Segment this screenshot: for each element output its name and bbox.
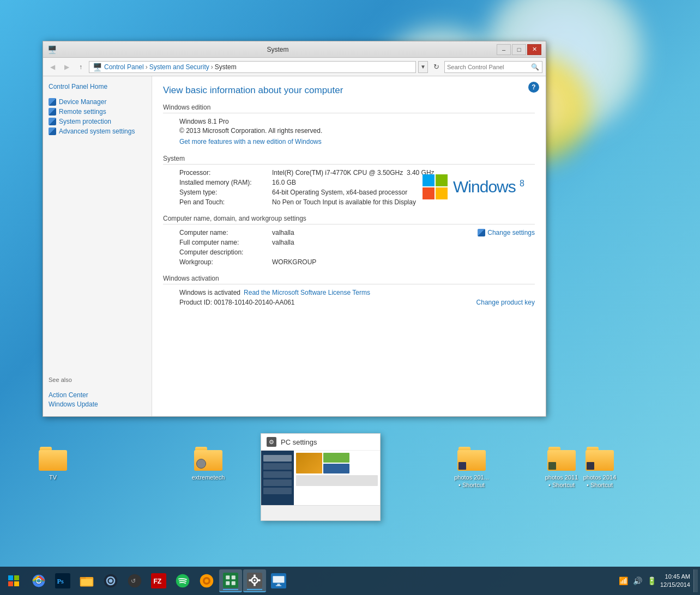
desktop-icon-tv[interactable]: TV [31, 447, 75, 482]
help-button[interactable]: ? [528, 82, 539, 93]
license-link[interactable]: Read the Microsoft Software License Term… [244, 289, 370, 296]
path-system-security[interactable]: System and Security [149, 63, 209, 71]
svg-rect-32 [273, 576, 285, 582]
maximize-button[interactable]: □ [512, 44, 526, 55]
svg-point-26 [254, 579, 256, 581]
svg-rect-30 [257, 579, 260, 581]
tv-folder-icon [39, 447, 67, 471]
windows-text: Windows 8 [453, 178, 524, 196]
shield-icon-4 [49, 127, 56, 135]
desktop-icon-extremetech[interactable]: extremetech [186, 447, 230, 482]
taskbar-icon-screen[interactable] [267, 569, 290, 592]
search-box: 🔍 [444, 61, 542, 73]
windows-edition-value: Windows 8.1 Pro [179, 118, 535, 125]
up-button[interactable]: ↑ [75, 61, 87, 73]
taskbar-icon-steam[interactable] [99, 569, 122, 592]
product-id-row: Product ID: 00178-10140-20140-AA061 Chan… [179, 299, 535, 306]
taskbar-icon-chrome[interactable] [27, 569, 50, 592]
taskbar-icons: Ps [27, 569, 290, 592]
shortcut-overlay-3 [587, 462, 594, 470]
system-clock[interactable]: 10:45 AM 12/15/2014 [660, 573, 690, 590]
pen-touch-row: Pen and Touch: No Pen or Touch Input is … [179, 198, 535, 206]
address-dropdown[interactable]: ▼ [418, 61, 428, 73]
preview-row-1 [296, 453, 378, 473]
system-type-value: 64-bit Operating System, x64-based proce… [272, 189, 407, 196]
device-manager-link[interactable]: Device Manager [59, 98, 106, 106]
close-button[interactable]: ✕ [527, 44, 541, 55]
taskbar-icon-filezilla[interactable]: FZ [147, 569, 170, 592]
forward-button[interactable]: ▶ [61, 61, 73, 73]
desktop-icon-photos2014[interactable]: photos 2014• Shortcut [578, 447, 621, 490]
advanced-settings-link[interactable]: Advanced system settings [59, 127, 135, 135]
change-settings-link[interactable]: Change settings [478, 229, 535, 236]
taskbar-icon-explorer[interactable] [75, 569, 98, 592]
window-icon: 🖥️ [47, 45, 57, 54]
photoshop-icon: Ps [55, 573, 70, 588]
refresh-button[interactable]: ↻ [430, 61, 442, 73]
see-also-section: See also Action Center Windows Update [49, 377, 146, 410]
start-tile-green [14, 575, 19, 580]
search-icon[interactable]: 🔍 [530, 62, 540, 72]
sidebar-home-link[interactable]: Control Panel Home [49, 83, 146, 90]
sidebar-item-system-protection[interactable]: System protection [49, 118, 146, 125]
sidebar: Control Panel Home Device Manager Remote… [43, 76, 152, 416]
shield-icon-2 [49, 108, 56, 116]
chrome-icon [31, 573, 46, 588]
shield-icon-3 [49, 118, 56, 125]
sidebar-item-advanced-settings[interactable]: Advanced system settings [49, 127, 146, 135]
processor-label: Processor: [179, 169, 272, 177]
taskbar-icon-settings[interactable] [243, 569, 266, 592]
pc-settings-body [261, 451, 380, 505]
pc-settings-popup: ⚙ PC settings [261, 433, 381, 521]
taskbar-icon-greenapp[interactable] [219, 569, 242, 592]
taskbar-icon-spotify[interactable] [171, 569, 194, 592]
path-control-panel[interactable]: Control Panel [104, 63, 144, 71]
workgroup-value: WORKGROUP [272, 258, 316, 266]
window-title: System [59, 46, 497, 53]
system-window: 🖥️ System – □ ✕ ◀ ▶ ↑ 🖥️ Control Panel ›… [43, 41, 546, 417]
windows-flag-logo [423, 174, 448, 199]
gear-icon: ⚙ [269, 439, 274, 446]
taskbar-icon-logitech[interactable]: ↺ [123, 569, 146, 592]
start-tile-blue [8, 575, 13, 580]
tray-icon-network[interactable]: 📶 [618, 575, 630, 587]
memory-value: 16.0 GB [272, 179, 296, 186]
minimize-button[interactable]: – [497, 44, 511, 55]
sidebar-item-device-manager[interactable]: Device Manager [49, 98, 146, 106]
pen-touch-label: Pen and Touch: [179, 198, 272, 206]
computer-name-header: Computer name, domain, and workgroup set… [163, 215, 535, 224]
start-button[interactable] [2, 569, 25, 592]
win-tile-green [436, 174, 448, 186]
svg-text:↺: ↺ [131, 578, 136, 584]
taskbar-icon-unknown1[interactable] [195, 569, 218, 592]
svg-rect-28 [254, 583, 256, 586]
action-center-link[interactable]: Action Center [49, 391, 146, 399]
change-product-key-link[interactable]: Change product key [476, 299, 535, 306]
separator1: › [146, 63, 148, 71]
shortcut-overlay-1 [458, 462, 466, 470]
system-tray: 📶 🔊 🔋 10:45 AM 12/15/2014 [614, 573, 693, 590]
desktop-icon-photos2010[interactable]: photos 201...• Shortcut [450, 447, 493, 490]
preview-tile-honey [296, 453, 322, 473]
photos2011-folder-icon [547, 447, 576, 471]
desktop-icon-photos2011[interactable]: photos 2011• Shortcut [540, 447, 583, 490]
sidebar-item-remote-settings[interactable]: Remote settings [49, 108, 146, 116]
taskbar-icon-photoshop[interactable]: Ps [51, 569, 74, 592]
tray-icon-battery[interactable]: 🔋 [646, 575, 658, 587]
shortcut-overlay-2 [548, 462, 556, 470]
back-button[interactable]: ◀ [46, 61, 58, 73]
tray-icon-volume[interactable]: 🔊 [632, 575, 644, 587]
tv-label: TV [47, 473, 58, 482]
pc-settings-preview [294, 451, 380, 505]
show-desktop-button[interactable] [693, 569, 698, 592]
greenapp-icon [223, 573, 238, 588]
filezilla-icon: FZ [151, 573, 166, 588]
remote-settings-link[interactable]: Remote settings [59, 108, 106, 116]
upgrade-link[interactable]: Get more features with a new edition of … [179, 138, 322, 145]
svg-point-18 [205, 579, 209, 583]
workgroup-label: Workgroup: [179, 258, 272, 266]
windows-update-link[interactable]: Windows Update [49, 400, 146, 408]
system-protection-link[interactable]: System protection [59, 118, 111, 125]
search-input[interactable] [447, 64, 530, 70]
address-path[interactable]: 🖥️ Control Panel › System and Security ›… [89, 61, 416, 73]
